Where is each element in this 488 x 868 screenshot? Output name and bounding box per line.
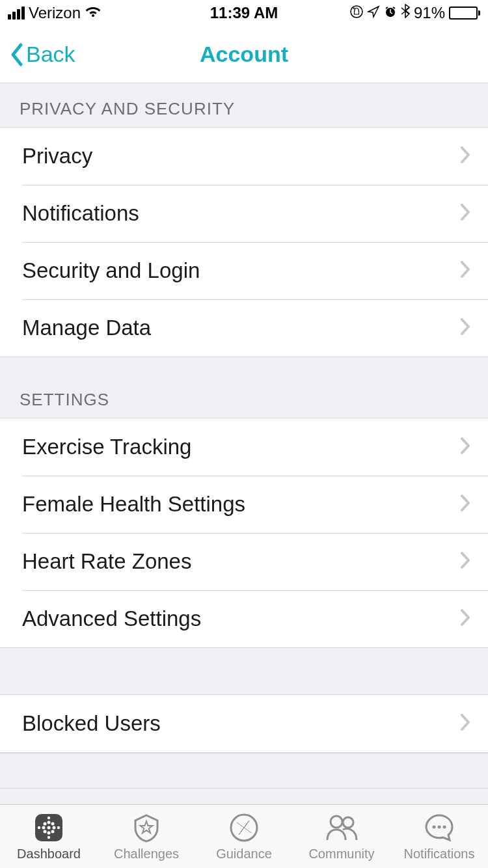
row-security-login[interactable]: Security and Login bbox=[0, 242, 488, 299]
svg-point-12 bbox=[47, 817, 50, 819]
svg-point-9 bbox=[51, 822, 55, 826]
tab-label: Community bbox=[308, 847, 374, 861]
chevron-right-icon bbox=[459, 436, 471, 458]
tab-bar: Dashboard Challenges Guidance Community … bbox=[0, 804, 488, 868]
section-spacer bbox=[0, 753, 488, 789]
location-icon bbox=[367, 4, 380, 22]
tab-label: Dashboard bbox=[17, 847, 81, 861]
battery-percent: 91% bbox=[414, 4, 445, 22]
status-right: 91% bbox=[350, 4, 480, 22]
svg-point-14 bbox=[38, 826, 40, 829]
nav-bar: Back Account bbox=[0, 26, 488, 83]
section-header-settings: SETTINGS bbox=[0, 357, 488, 418]
row-blocked-users[interactable]: Blocked Users bbox=[0, 695, 488, 752]
svg-point-21 bbox=[343, 817, 353, 828]
svg-point-24 bbox=[443, 826, 446, 829]
svg-point-7 bbox=[53, 826, 56, 830]
tab-guidance[interactable]: Guidance bbox=[195, 805, 293, 868]
row-label: Exercise Tracking bbox=[22, 435, 191, 459]
chevron-right-icon bbox=[459, 550, 471, 573]
section-settings-group: Exercise Tracking Female Health Settings… bbox=[0, 418, 488, 648]
svg-point-3 bbox=[47, 826, 51, 830]
tab-notifications[interactable]: Notifications bbox=[390, 805, 488, 868]
row-heart-rate-zones[interactable]: Heart Rate Zones bbox=[0, 533, 488, 590]
svg-point-4 bbox=[47, 821, 51, 824]
tab-label: Challenges bbox=[114, 847, 179, 861]
notifications-icon bbox=[423, 811, 455, 844]
row-label: Privacy bbox=[22, 144, 92, 169]
dashboard-icon bbox=[33, 811, 65, 844]
rotation-lock-icon bbox=[350, 4, 363, 22]
section-privacy-group: Privacy Notifications Security and Login… bbox=[0, 128, 488, 357]
svg-point-23 bbox=[438, 826, 441, 829]
row-label: Manage Data bbox=[22, 316, 151, 340]
row-female-health[interactable]: Female Health Settings bbox=[0, 476, 488, 533]
status-bar: Verizon 11:39 AM 91% bbox=[0, 0, 488, 26]
tab-label: Guidance bbox=[216, 847, 272, 861]
chevron-right-icon bbox=[459, 202, 471, 224]
tab-community[interactable]: Community bbox=[293, 805, 390, 868]
tab-dashboard[interactable]: Dashboard bbox=[0, 805, 98, 868]
section-header-privacy: PRIVACY AND SECURITY bbox=[0, 83, 488, 128]
chevron-left-icon bbox=[9, 42, 23, 67]
chevron-right-icon bbox=[459, 493, 471, 515]
svg-point-5 bbox=[47, 832, 51, 835]
svg-point-13 bbox=[47, 836, 50, 839]
row-label: Security and Login bbox=[22, 258, 200, 283]
carrier-label: Verizon bbox=[29, 4, 81, 22]
row-advanced-settings[interactable]: Advanced Settings bbox=[0, 590, 488, 647]
row-notifications[interactable]: Notifications bbox=[0, 185, 488, 242]
row-manage-data[interactable]: Manage Data bbox=[0, 299, 488, 357]
back-button[interactable]: Back bbox=[0, 42, 75, 67]
svg-point-8 bbox=[44, 822, 47, 826]
row-label: Notifications bbox=[22, 201, 139, 226]
svg-point-6 bbox=[42, 826, 46, 830]
chevron-right-icon bbox=[459, 712, 471, 735]
row-privacy[interactable]: Privacy bbox=[0, 128, 488, 185]
alarm-icon bbox=[384, 4, 397, 22]
row-exercise-tracking[interactable]: Exercise Tracking bbox=[0, 418, 488, 476]
section-spacer bbox=[0, 648, 488, 695]
row-label: Blocked Users bbox=[22, 711, 161, 736]
chevron-right-icon bbox=[459, 145, 471, 167]
chevron-right-icon bbox=[459, 317, 471, 339]
svg-point-11 bbox=[51, 830, 55, 834]
bluetooth-icon bbox=[401, 4, 410, 22]
section-blocked-group: Blocked Users bbox=[0, 695, 488, 753]
tab-label: Notifications bbox=[404, 847, 475, 861]
row-label: Advanced Settings bbox=[22, 606, 201, 631]
chevron-right-icon bbox=[459, 260, 471, 282]
challenges-icon bbox=[130, 811, 163, 844]
svg-point-20 bbox=[331, 816, 342, 828]
svg-point-15 bbox=[57, 826, 60, 829]
row-label: Heart Rate Zones bbox=[22, 549, 191, 574]
community-icon bbox=[323, 811, 360, 844]
status-left: Verizon bbox=[8, 4, 102, 22]
back-label: Back bbox=[26, 42, 75, 67]
tab-challenges[interactable]: Challenges bbox=[98, 805, 195, 868]
signal-icon bbox=[8, 7, 25, 20]
svg-point-0 bbox=[351, 6, 362, 18]
battery-icon bbox=[449, 7, 480, 20]
row-label: Female Health Settings bbox=[22, 492, 245, 517]
svg-point-10 bbox=[44, 830, 47, 834]
chevron-right-icon bbox=[459, 608, 471, 630]
guidance-icon bbox=[228, 811, 260, 844]
wifi-icon bbox=[85, 4, 102, 22]
svg-point-22 bbox=[433, 826, 436, 829]
